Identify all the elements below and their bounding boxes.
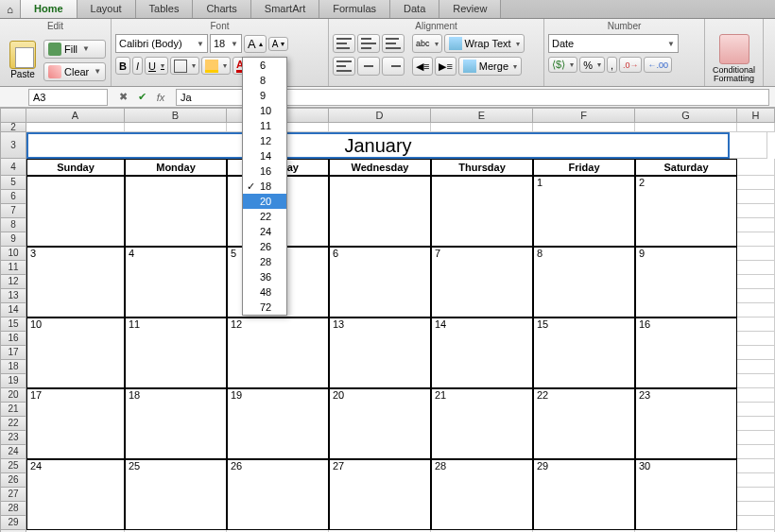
orientation-button[interactable]: abc▾	[412, 34, 442, 53]
calendar-cell[interactable]	[227, 374, 329, 388]
calendar-cell[interactable]: 7	[431, 247, 533, 261]
calendar-cell[interactable]	[431, 332, 533, 346]
row-header[interactable]: 26	[0, 473, 26, 488]
bold-button[interactable]: B	[115, 57, 130, 75]
tab-tables[interactable]: Tables	[136, 0, 194, 18]
font-size-option[interactable]: 12	[243, 133, 286, 148]
home-icon[interactable]: ⌂	[0, 0, 21, 18]
calendar-cell[interactable]	[533, 289, 635, 303]
calendar-cell[interactable]	[635, 516, 737, 530]
calendar-cell[interactable]: 14	[431, 317, 533, 332]
font-size-option[interactable]: 20	[243, 194, 286, 209]
calendar-cell[interactable]: 6	[329, 247, 431, 261]
calendar-cell[interactable]: 27	[329, 459, 431, 473]
clear-button[interactable]: Clear▼	[43, 62, 106, 81]
calendar-cell[interactable]	[329, 502, 431, 516]
align-center-button[interactable]	[357, 57, 380, 76]
day-header-cell[interactable]: Saturday	[635, 159, 737, 176]
indent-increase-button[interactable]: ▶≡	[435, 57, 456, 76]
calendar-cell[interactable]	[227, 488, 329, 502]
calendar-cell[interactable]: 30	[635, 459, 737, 473]
conditional-formatting-icon[interactable]	[719, 34, 749, 64]
calendar-cell[interactable]	[26, 502, 125, 516]
indent-decrease-button[interactable]: ◀≡	[412, 57, 433, 76]
font-size-option[interactable]: 8	[243, 73, 286, 88]
calendar-cell[interactable]	[26, 190, 125, 204]
calendar-cell[interactable]	[26, 403, 125, 417]
calendar-cell[interactable]	[533, 403, 635, 417]
font-size-option[interactable]: 16	[243, 163, 286, 179]
align-left-button[interactable]	[333, 57, 355, 76]
calendar-cell[interactable]	[227, 473, 329, 488]
calendar-cell[interactable]	[26, 176, 125, 190]
calendar-cell[interactable]	[125, 232, 227, 247]
calendar-cell[interactable]	[533, 204, 635, 218]
percent-button[interactable]: %▾	[579, 57, 605, 73]
calendar-cell[interactable]	[26, 445, 125, 459]
calendar-cell[interactable]: 15	[533, 317, 635, 332]
calendar-cell[interactable]	[533, 346, 635, 360]
row-header[interactable]: 8	[0, 218, 26, 232]
tab-formulas[interactable]: Formulas	[319, 0, 390, 18]
row-header[interactable]: 10	[0, 247, 26, 261]
row-header[interactable]: 18	[0, 360, 26, 374]
calendar-cell[interactable]: 26	[227, 459, 329, 473]
calendar-cell[interactable]	[635, 332, 737, 346]
calendar-cell[interactable]	[329, 374, 431, 388]
cell[interactable]	[737, 204, 775, 218]
calendar-cell[interactable]	[329, 516, 431, 530]
month-title-cell[interactable]: January	[26, 132, 730, 159]
row-header[interactable]: 23	[0, 431, 26, 445]
font-size-option[interactable]: 28	[243, 254, 286, 269]
col-header-D[interactable]: D	[329, 108, 431, 123]
calendar-cell[interactable]	[125, 502, 227, 516]
calendar-cell[interactable]	[125, 275, 227, 289]
calendar-cell[interactable]	[125, 261, 227, 275]
fx-button[interactable]: fx	[151, 92, 170, 103]
calendar-cell[interactable]	[227, 360, 329, 374]
calendar-cell[interactable]	[635, 204, 737, 218]
cell[interactable]	[737, 261, 775, 275]
tab-data[interactable]: Data	[390, 0, 439, 18]
day-header-cell[interactable]: Thursday	[431, 159, 533, 176]
calendar-cell[interactable]	[329, 190, 431, 204]
col-header-A[interactable]: A	[26, 108, 125, 123]
calendar-cell[interactable]	[533, 303, 635, 317]
cell[interactable]	[737, 232, 775, 247]
row-header[interactable]: 12	[0, 275, 26, 289]
row-header[interactable]: 13	[0, 289, 26, 303]
calendar-cell[interactable]	[26, 417, 125, 431]
font-size-option[interactable]: 26	[243, 239, 286, 254]
calendar-cell[interactable]	[329, 204, 431, 218]
calendar-cell[interactable]: 11	[125, 317, 227, 332]
row-header[interactable]: 4	[0, 159, 26, 176]
calendar-cell[interactable]: 20	[329, 388, 431, 403]
calendar-cell[interactable]	[635, 431, 737, 445]
calendar-cell[interactable]	[431, 445, 533, 459]
cell[interactable]	[730, 132, 767, 159]
calendar-cell[interactable]	[125, 218, 227, 232]
row-header[interactable]: 15	[0, 317, 26, 332]
calendar-cell[interactable]	[635, 261, 737, 275]
calendar-cell[interactable]	[431, 261, 533, 275]
calendar-cell[interactable]	[26, 516, 125, 530]
cell[interactable]	[737, 218, 775, 232]
row-header[interactable]: 6	[0, 190, 26, 204]
calendar-cell[interactable]: 29	[533, 459, 635, 473]
calendar-cell[interactable]	[125, 332, 227, 346]
calendar-cell[interactable]: 9	[635, 247, 737, 261]
calendar-cell[interactable]	[635, 303, 737, 317]
calendar-cell[interactable]	[329, 275, 431, 289]
calendar-cell[interactable]	[125, 445, 227, 459]
calendar-cell[interactable]	[329, 445, 431, 459]
calendar-cell[interactable]	[431, 275, 533, 289]
calendar-cell[interactable]	[533, 374, 635, 388]
cell[interactable]	[737, 289, 775, 303]
row-header[interactable]: 14	[0, 303, 26, 317]
font-size-combo[interactable]: 18▼	[210, 34, 242, 53]
font-size-option[interactable]: 22	[243, 209, 286, 224]
cell[interactable]	[737, 247, 775, 261]
calendar-cell[interactable]	[125, 516, 227, 530]
calendar-cell[interactable]	[635, 473, 737, 488]
calendar-cell[interactable]	[329, 473, 431, 488]
